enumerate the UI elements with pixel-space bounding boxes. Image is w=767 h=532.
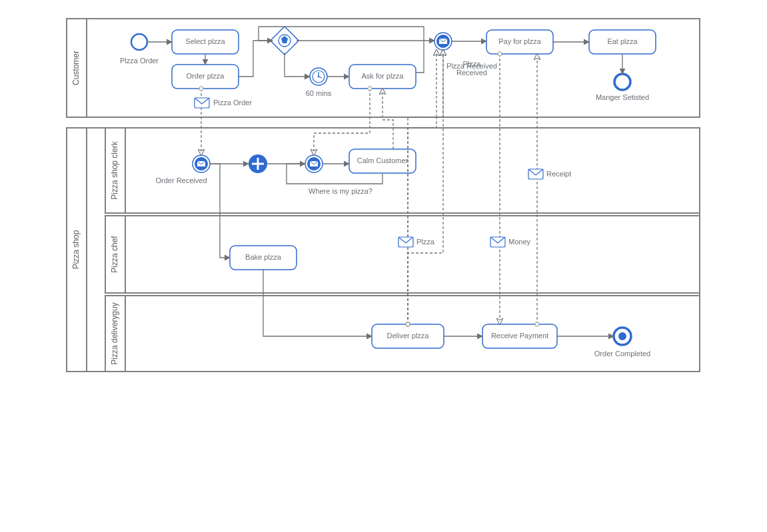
svg-text:Order plzza: Order plzza bbox=[187, 72, 225, 80]
svg-text:Select plzza: Select plzza bbox=[185, 37, 225, 45]
envelope-money: Money bbox=[490, 237, 531, 247]
lane-delivery-title: Pizza deliveryguy bbox=[110, 302, 119, 364]
msgflow-pizza-deliver bbox=[408, 50, 443, 324]
svg-text:Pay for plzza: Pay for plzza bbox=[498, 37, 541, 45]
timer-label: 60 mins bbox=[306, 89, 332, 97]
order-completed-label: Order Completed bbox=[594, 350, 650, 358]
flow-gateway-timer bbox=[285, 53, 310, 77]
svg-point-22 bbox=[318, 76, 320, 78]
task-pay-for-pizza: Pay for plzza bbox=[486, 30, 553, 54]
timer-event-60mins: 60 mins bbox=[306, 68, 332, 97]
svg-text:Plzza: Plzza bbox=[463, 60, 482, 68]
pool-customer-title: Customer bbox=[71, 51, 81, 85]
task-deliver-pizza: Deliver plzza bbox=[372, 324, 444, 348]
task-receive-payment: Receive Payment bbox=[482, 324, 557, 348]
task-calm-customer: Calm Customer bbox=[349, 149, 416, 173]
svg-point-34 bbox=[614, 74, 630, 90]
svg-point-11 bbox=[131, 34, 147, 50]
gateway-parallel bbox=[249, 154, 267, 173]
task-ask-for-pizza: Ask for plzza bbox=[349, 65, 416, 89]
end-event-satisfied: Manger Setisted bbox=[596, 74, 649, 101]
task-select-pizza: Select plzza bbox=[172, 30, 239, 54]
lane-clerk-title: Pizza shop clerk bbox=[110, 140, 119, 199]
svg-text:Bake plzza: Bake plzza bbox=[245, 253, 282, 261]
event-order-received: Order Received bbox=[155, 155, 210, 184]
svg-rect-7 bbox=[105, 216, 700, 293]
task-order-pizza: Order plzza bbox=[172, 65, 239, 89]
flow-bake-deliver bbox=[263, 270, 372, 336]
gateway-event-based bbox=[271, 27, 299, 55]
svg-text:Money: Money bbox=[508, 238, 531, 246]
svg-text:Receive Payment: Receive Payment bbox=[491, 332, 548, 340]
start-event-label: Plzza Order bbox=[120, 57, 159, 65]
msgflow-calm-reply bbox=[383, 89, 393, 149]
svg-text:Receipt: Receipt bbox=[546, 170, 571, 178]
envelope-receipt: Receipt bbox=[528, 169, 571, 179]
pool-shop-title: Pizza shop bbox=[71, 230, 81, 269]
where-is-pizza-label: Where is my pizza? bbox=[309, 187, 373, 195]
flow-order-gateway bbox=[239, 41, 273, 77]
task-bake-pizza: Bake plzza bbox=[230, 246, 297, 270]
start-event-pizza-order: Plzza Order bbox=[120, 34, 159, 65]
task-eat-pizza: Eat plzza bbox=[589, 30, 656, 54]
envelope-pizza-order: Pizza Order bbox=[195, 98, 252, 108]
end-event-order-completed: Order Completed bbox=[594, 328, 650, 358]
svg-text:Calm Customer: Calm Customer bbox=[357, 156, 408, 164]
svg-text:Ask for plzza: Ask for plzza bbox=[362, 72, 404, 80]
msgflow-ask bbox=[314, 89, 370, 155]
svg-point-53 bbox=[618, 332, 626, 340]
svg-text:Received: Received bbox=[456, 69, 487, 77]
svg-text:Deliver plzza: Deliver plzza bbox=[387, 332, 430, 340]
bpmn-diagram: Customer Pizza shop Pizza shop clerk Piz… bbox=[0, 0, 767, 532]
envelope-pizza: Plzza bbox=[398, 237, 435, 247]
lane-chef-title: Pizza chef bbox=[110, 236, 119, 273]
svg-text:Plzza: Plzza bbox=[416, 238, 435, 246]
svg-text:Eat plzza: Eat plzza bbox=[607, 37, 638, 45]
order-received-label: Order Received bbox=[155, 176, 207, 184]
end-satisfied-label: Manger Setisted bbox=[596, 93, 649, 101]
flow-gw-bake bbox=[220, 164, 230, 258]
svg-text:Pizza Order: Pizza Order bbox=[213, 99, 252, 107]
